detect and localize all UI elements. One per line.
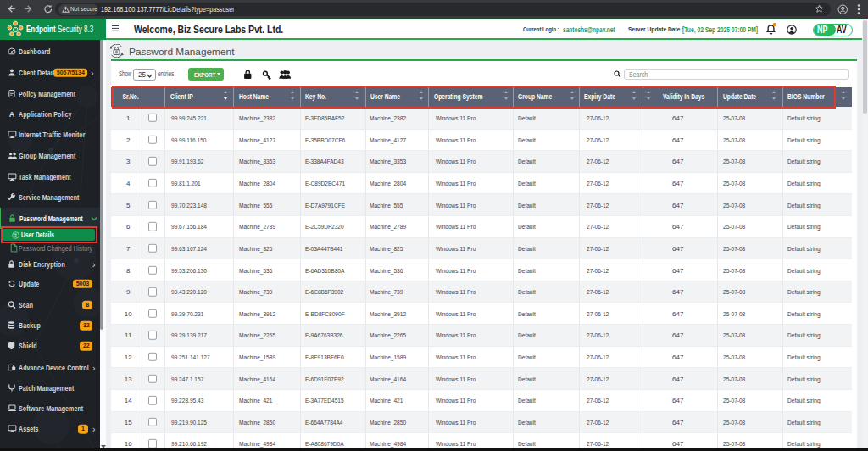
svg-text:A: A — [9, 110, 15, 119]
